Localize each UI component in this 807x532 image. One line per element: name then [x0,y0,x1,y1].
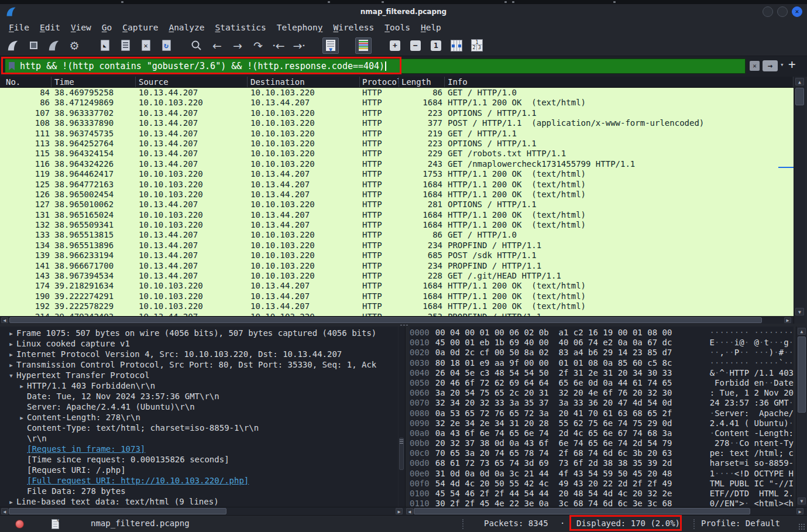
detail-tree-item[interactable]: [Time since request: 0.000135826 seconds… [0,454,398,465]
details-vscrollbar[interactable] [399,327,405,507]
close-button[interactable]: ✕ [792,6,802,17]
detail-tree-item[interactable]: ▶Internet Protocol Version 4, Src: 10.10… [0,349,398,359]
status-profile[interactable]: Profile: Default [701,519,780,528]
hex-row[interactable]: 00c070 65 3a 20 74 65 78 74 2f 68 74 6d … [410,448,794,458]
menu-item-view[interactable]: View [66,22,97,33]
packet-row[interactable]: 13238.96550934110.10.103.22010.13.44.207… [0,220,794,230]
filter-dropdown-caret[interactable]: ▾ [780,61,784,68]
column-header-no[interactable]: No. [0,77,51,87]
scroll-left-icon[interactable]: ◀ [1,317,8,323]
packet-row[interactable]: 8438.46979525810.13.44.20710.10.103.220H… [0,88,794,98]
collapse-icon[interactable]: ▼ [6,370,16,380]
go-first-packet-icon[interactable]: •← [272,37,286,54]
filter-add-button[interactable]: + [788,57,796,71]
auto-scroll-icon[interactable]: ▼ [322,37,339,54]
go-last-packet-icon[interactable]: →• [292,37,306,54]
scrollbar-thumb[interactable] [9,317,762,323]
hex-row[interactable]: 00800a 53 65 72 76 65 72 3a 20 41 70 61 … [410,409,794,418]
detail-tree-item[interactable]: ▶Frame 1075: 507 bytes on wire (4056 bit… [0,328,398,338]
details-hscrollbar[interactable]: ◀ ▶ [0,507,405,515]
scrollbar-thumb[interactable] [795,88,804,105]
hex-row[interactable]: 001045 00 01 eb 1b 69 40 00 40 06 74 e2 … [410,338,794,348]
detail-link[interactable]: [Full request URI: http://10.10.103.220/… [27,476,249,485]
packet-row[interactable]: 13938.96623319410.13.44.20710.10.103.220… [0,250,794,260]
expert-info-icon[interactable] [15,520,24,528]
packet-row[interactable]: 19239.22257822910.10.103.22010.13.44.207… [0,301,794,311]
detail-tree-item[interactable]: [Request in frame: 1073] [0,444,398,454]
packet-row[interactable]: 11138.96374573510.13.44.20710.10.103.220… [0,129,794,139]
menu-item-file[interactable]: File [4,22,35,33]
scroll-right-icon[interactable]: ▶ [396,508,403,514]
packet-row[interactable]: 8638.47124986910.10.103.22010.13.44.207H… [0,98,794,108]
packet-row[interactable]: 12538.96477216310.10.103.22010.13.44.207… [0,180,794,190]
hex-row[interactable]: 00603a 20 54 75 65 2c 20 31 32 20 4e 6f … [410,388,794,398]
detail-tree-item[interactable]: [Full request URI: http://10.10.103.220/… [0,475,398,486]
column-header-source[interactable]: Source [136,77,248,87]
packet-row[interactable]: 14138.96667170010.13.44.20710.10.103.220… [0,261,794,271]
menu-item-statistics[interactable]: Statistics [210,22,272,33]
column-header-info[interactable]: Info [445,77,794,87]
expand-icon[interactable]: ▶ [16,381,27,391]
normal-size-icon[interactable]: 1 [429,37,443,54]
scrollbar-thumb[interactable] [798,337,806,413]
packet-row[interactable]: 11638.96432422610.13.44.20710.10.103.220… [0,159,794,169]
capture-comment-icon[interactable]: ✎ [51,519,59,529]
layout-columns-icon[interactable]: 123 [470,37,484,54]
scrollbar-thumb[interactable] [414,508,750,514]
detail-tree-item[interactable]: [Request URI: /.php] [0,465,398,475]
hex-row[interactable]: 00f054 4d 4c 20 50 55 42 4c 49 43 20 22 … [410,479,794,489]
hex-row[interactable]: 010045 54 46 2f 2f 44 54 44 20 48 54 4d … [410,489,794,499]
packet-row[interactable]: 14338.96739453410.13.44.20710.10.103.220… [0,271,794,281]
expand-icon[interactable]: ▶ [16,413,27,423]
resize-grip[interactable] [798,523,805,530]
menu-item-capture[interactable]: Capture [117,22,163,33]
packet-row[interactable]: 12638.96500245410.10.103.22010.13.44.207… [0,190,794,200]
scrollbar-thumb[interactable] [399,438,404,470]
menu-item-edit[interactable]: Edit [35,22,66,33]
detail-tree-item[interactable]: Content-Type: text/html; charset=iso-885… [0,423,398,433]
hex-row[interactable]: 00200a 0d 2c cf 00 50 8a 02 83 a4 b6 29 … [410,348,794,358]
menu-item-tools[interactable]: Tools [379,22,415,33]
expand-icon[interactable]: ▶ [6,497,16,507]
scroll-left-icon[interactable]: ◀ [406,508,413,514]
hex-row[interactable]: 007032 34 20 32 33 3a 35 37 3a 33 36 20 … [410,398,794,408]
save-file-icon[interactable] [118,37,132,54]
expand-icon[interactable]: ▶ [6,349,16,359]
scroll-right-icon[interactable]: ▶ [796,508,803,514]
zoom-in-icon[interactable]: + [388,37,402,54]
scroll-up-icon[interactable]: ▲ [798,328,806,335]
column-header-time[interactable]: Time [51,77,136,87]
hex-row[interactable]: 00e031 0d 0a 0d 0a 3c 21 44 4f 43 54 59 … [410,469,794,479]
minimize-button[interactable] [763,6,773,17]
detail-tree-item[interactable]: ▼Hypertext Transfer Protocol [0,370,398,380]
expand-icon[interactable]: ▶ [6,328,16,338]
start-capture-icon[interactable] [6,37,20,54]
maximize-button[interactable] [777,6,788,17]
packet-row[interactable]: 11938.96446241710.10.103.22010.13.44.207… [0,169,794,179]
packet-list-vscrollbar[interactable]: ▲ ▼ [794,77,805,324]
scroll-down-icon[interactable]: ▼ [795,308,804,315]
detail-tree-item[interactable]: ▶Transmission Control Protocol, Src Port… [0,359,398,370]
detail-tree-item[interactable]: ▶Content-Length: 278\r\n [0,412,398,423]
capture-options-icon[interactable]: ⚙ [67,37,81,54]
menu-item-go[interactable]: Go [97,22,117,33]
menu-item-help[interactable]: Help [415,22,447,33]
expand-icon[interactable]: ▶ [6,360,16,370]
column-header-length[interactable]: Length [399,77,445,87]
colorize-icon[interactable] [355,37,372,54]
filter-apply-icon[interactable]: → [763,60,778,71]
packet-row[interactable]: 13438.96551389610.13.44.20710.10.103.220… [0,241,794,250]
restart-capture-icon[interactable] [47,37,61,54]
menu-item-wireless[interactable]: Wireless [328,22,379,33]
go-to-packet-icon[interactable]: ↷ [251,37,265,54]
scroll-down-icon[interactable]: ▼ [798,497,806,504]
packet-list-hscrollbar[interactable]: ◀ ▶ [0,316,794,324]
reload-file-icon[interactable]: ↻ [159,37,173,54]
packet-row[interactable]: 21439.47934240310.13.44.20710.10.103.220… [0,312,794,316]
hex-row[interactable]: 004026 04 5e c3 48 54 54 50 2f 31 2e 31 … [410,368,794,378]
hex-row[interactable]: 009032 2e 34 2e 34 31 20 28 55 62 75 6e … [410,418,794,428]
resize-columns-icon[interactable] [449,37,463,54]
detail-tree-item[interactable]: Date: Tue, 12 Nov 2024 23:57:36 GMT\r\n [0,391,398,401]
bytes-hscrollbar[interactable]: ◀ ▶ [405,507,807,515]
hex-row[interactable]: 000000 04 00 01 00 06 02 0b a1 c2 16 19 … [410,328,794,338]
